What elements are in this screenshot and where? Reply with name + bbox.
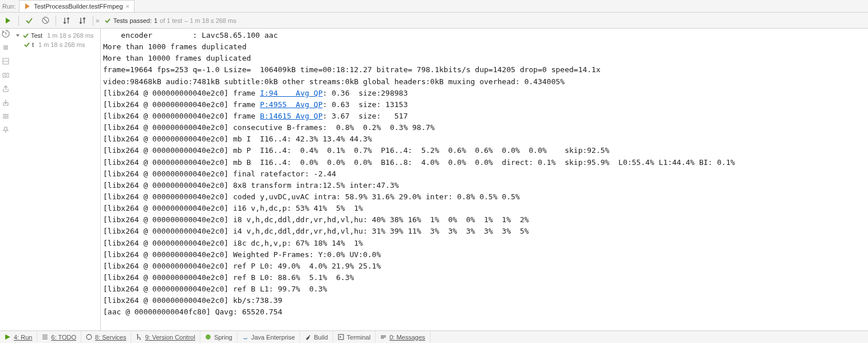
chevron-down-icon <box>15 33 21 38</box>
console-output[interactable]: encoder : Lavc58.65.100 aacMore than 100… <box>101 29 868 330</box>
svg-line-2 <box>44 18 48 22</box>
run-tab[interactable]: TestProcessBuilder.testFFmpeg × <box>19 0 135 12</box>
console-line: [libx264 @ 000000000040e2c0] frame P:495… <box>103 99 866 111</box>
check-icon <box>104 17 111 24</box>
tree-child-label: t <box>32 41 34 48</box>
console-line: [aac @ 000000000040fc80] Qavg: 65520.754 <box>103 306 866 318</box>
java-icon <box>242 334 248 340</box>
console-line: [libx264 @ 000000000040e2c0] frame B:146… <box>103 111 866 122</box>
svg-point-17 <box>140 338 141 340</box>
run-tab-label: TestProcessBuilder.testFFmpeg <box>34 3 123 10</box>
bottom-java[interactable]: Java Enterprise <box>238 331 300 343</box>
left-gutter <box>0 29 11 330</box>
bottom-todo[interactable]: 6: TODO <box>37 331 81 343</box>
tree-root-time: 1 m 18 s 268 ms <box>47 32 93 39</box>
console-line: [libx264 @ 000000000040e2c0] consecutive… <box>103 122 866 133</box>
more-icon[interactable] <box>2 112 10 120</box>
console-line: encoder : Lavc58.65.100 aac <box>103 30 866 41</box>
console-line: [libx264 @ 000000000040e2c0] mb P I16..4… <box>103 145 866 156</box>
console-line: [libx264 @ 000000000040e2c0] mb B I16..4… <box>103 157 866 168</box>
frame-link[interactable]: I:94 Avg QP <box>260 89 323 97</box>
terminal-icon <box>338 334 344 340</box>
history-icon[interactable] <box>2 30 10 38</box>
bottom-build[interactable]: Build <box>300 331 333 343</box>
rerun-button[interactable] <box>1 14 15 27</box>
svg-point-16 <box>137 334 139 336</box>
status-prefix: Tests passed: <box>113 17 152 24</box>
bottom-vcs[interactable]: 9: Version Control <box>131 331 200 343</box>
separator <box>18 15 19 26</box>
tree-child[interactable]: t 1 m 18 s 268 ms <box>11 40 100 49</box>
console-line: [libx264 @ 000000000040e2c0] i8c dc,h,v,… <box>103 238 866 249</box>
branch-icon <box>136 334 142 340</box>
console-line: frame=19664 fps=253 q=-1.0 Lsize= 106409… <box>103 64 866 76</box>
console-line: [libx264 @ 000000000040e2c0] mb I I16..4… <box>103 133 866 145</box>
status-count: 1 <box>154 17 157 24</box>
check-icon <box>23 33 29 38</box>
console-line: video:98468kB audio:7481kB subtitle:0kB … <box>103 76 866 88</box>
run-label: Run: <box>2 3 15 10</box>
run-config-icon <box>24 3 31 10</box>
svg-rect-3 <box>3 45 8 50</box>
console-line: More than 1000 frames duplicated <box>103 41 866 53</box>
frame-link[interactable]: B:14615 Avg QP <box>260 112 323 120</box>
tree-root-label: Test <box>31 32 42 39</box>
check-icon <box>25 17 33 25</box>
separator <box>56 15 56 26</box>
export-icon[interactable] <box>2 85 10 93</box>
play-icon <box>5 334 11 340</box>
svg-point-7 <box>5 74 7 77</box>
show-passed-button[interactable] <box>22 14 36 27</box>
status-of: of 1 test <box>160 17 182 24</box>
bottom-messages[interactable]: 0: Messages <box>376 331 430 343</box>
tree-root[interactable]: Test 1 m 18 s 268 ms <box>11 31 100 40</box>
test-tree: Test 1 m 18 s 268 ms t 1 m 18 s 268 ms <box>11 29 101 330</box>
camera-icon[interactable] <box>2 71 10 79</box>
check-icon <box>24 42 30 48</box>
layout-icon[interactable] <box>2 57 10 65</box>
messages-icon <box>380 334 386 340</box>
play-icon <box>6 18 10 23</box>
console-line: [libx264 @ 000000000040e2c0] i8 v,h,dc,d… <box>103 214 866 226</box>
sort-alpha-icon <box>62 17 70 25</box>
svg-marker-11 <box>5 334 10 340</box>
show-ignored-button[interactable] <box>38 14 52 27</box>
console-line: [libx264 @ 000000000040e2c0] ref B L1: 9… <box>103 283 866 295</box>
pin-icon[interactable] <box>2 126 10 134</box>
console-line: [libx264 @ 000000000040e2c0] coded y,uvD… <box>103 191 866 203</box>
sort-alpha-button[interactable] <box>60 14 73 27</box>
console-line: [libx264 @ 000000000040e2c0] kb/s:738.39 <box>103 295 866 306</box>
console-line: [libx264 @ 000000000040e2c0] frame I:94 … <box>103 88 866 99</box>
frame-link[interactable]: P:4955 Avg QP <box>260 100 323 109</box>
no-entry-icon <box>42 17 49 24</box>
sort-time-icon <box>78 17 86 25</box>
bottom-bar: 4: Run 6: TODO 8: Services 9: Version Co… <box>0 330 868 343</box>
console-line: [libx264 @ 000000000040e2c0] Weighted P-… <box>103 249 866 261</box>
list-icon <box>42 334 48 340</box>
run-config-tabbar: Run: TestProcessBuilder.testFFmpeg × <box>0 0 868 13</box>
svg-marker-0 <box>25 3 30 9</box>
separator <box>93 15 93 26</box>
bottom-run[interactable]: 4: Run <box>0 331 37 343</box>
spring-icon <box>205 334 211 340</box>
stop-icon[interactable] <box>2 44 10 52</box>
bottom-spring[interactable]: Spring <box>200 331 238 343</box>
bottom-services[interactable]: 8: Services <box>81 331 131 343</box>
services-icon <box>86 334 92 340</box>
console-line: [libx264 @ 000000000040e2c0] ref P L0: 4… <box>103 261 866 272</box>
svg-point-15 <box>86 334 92 340</box>
close-icon[interactable]: × <box>126 3 129 10</box>
expand-all-icon: » <box>96 17 100 25</box>
console-line: [libx264 @ 000000000040e2c0] final ratef… <box>103 168 866 180</box>
sort-time-button[interactable] <box>76 14 89 27</box>
bottom-terminal[interactable]: Terminal <box>333 331 376 343</box>
console-line: [libx264 @ 000000000040e2c0] i16 v,h,dc,… <box>103 203 866 214</box>
tree-child-time: 1 m 18 s 268 ms <box>38 41 85 48</box>
console-line: More than 10000 frames duplicated <box>103 53 866 64</box>
hammer-icon <box>305 334 311 340</box>
console-line: [libx264 @ 000000000040e2c0] i4 v,h,dc,d… <box>103 226 866 237</box>
import-icon[interactable] <box>2 98 10 107</box>
run-toolbar: » Tests passed: 1 of 1 test – 1 m 18 s 2… <box>0 13 868 29</box>
test-status: Tests passed: 1 of 1 test – 1 m 18 s 268… <box>104 17 236 24</box>
console-line: [libx264 @ 000000000040e2c0] ref B L0: 8… <box>103 272 866 283</box>
